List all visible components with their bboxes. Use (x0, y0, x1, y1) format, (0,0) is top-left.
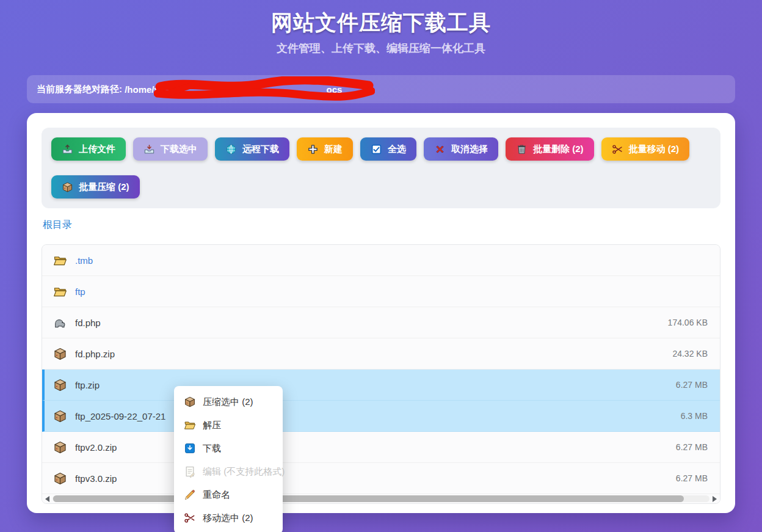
file-name[interactable]: ftpv2.0.zip (75, 442, 117, 453)
file-row-selected[interactable]: ftp_2025-09-22_07-21 6.3 MB (42, 401, 720, 432)
scissors-icon (612, 144, 623, 155)
select-all-button[interactable]: 全选 (360, 137, 416, 161)
server-path-label: 当前服务器绝对路径: (37, 84, 122, 95)
checkbox-icon (371, 144, 382, 155)
file-name[interactable]: fd.php (75, 318, 101, 328)
button-label: 批量移动 (2) (629, 144, 680, 155)
menu-item-label: 编辑 (不支持此格式) (203, 466, 285, 478)
package-icon (53, 347, 67, 361)
upload-file-button[interactable]: 上传文件 (51, 137, 126, 161)
package-icon (53, 440, 67, 454)
server-path-bar: 当前服务器绝对路径: /home/vo.s ocs (27, 75, 735, 103)
file-row[interactable]: .tmb (42, 245, 720, 276)
file-row[interactable]: fd.php.zip 24.32 KB (42, 338, 720, 370)
file-size: 174.06 KB (668, 318, 708, 327)
package-icon (53, 472, 67, 486)
file-row[interactable]: ftp (42, 276, 720, 307)
folder-icon (53, 253, 67, 268)
file-name[interactable]: ftp.zip (75, 380, 100, 390)
toolbar: 上传文件 下载选中 远程下载 新建 全选 取消选择 批量删除 (2) 批量移动 (42, 128, 720, 208)
download-icon (184, 442, 196, 454)
deselect-button[interactable]: 取消选择 (424, 137, 498, 161)
file-name[interactable]: fd.php.zip (75, 349, 115, 359)
button-label: 远程下载 (242, 144, 279, 155)
package-icon (53, 378, 67, 392)
scrollbar-track[interactable] (53, 495, 709, 502)
menu-item-move-selected[interactable]: 移动选中 (2) (174, 506, 283, 530)
memo-icon (184, 465, 196, 478)
button-label: 下载选中 (161, 144, 197, 155)
page-header: 网站文件压缩下载工具 文件管理、上传下载、编辑压缩一体化工具 (0, 0, 762, 56)
menu-item-label: 解压 (203, 420, 221, 431)
plus-icon (307, 144, 319, 155)
menu-item-extract[interactable]: 解压 (174, 414, 283, 437)
file-name[interactable]: ftp (75, 286, 85, 297)
menu-item-label: 重命名 (203, 489, 230, 501)
file-size: 6.3 MB (681, 411, 708, 421)
file-row[interactable]: ftpv2.0.zip 6.27 MB (42, 432, 720, 463)
file-row[interactable]: fd.php 174.06 KB (42, 307, 720, 338)
main-card: 上传文件 下载选中 远程下载 新建 全选 取消选择 批量删除 (2) 批量移动 (27, 113, 735, 513)
pencil-icon (184, 489, 196, 501)
breadcrumb-root-link[interactable]: 根目录 (43, 219, 72, 230)
file-name[interactable]: ftp_2025-09-22_07-21 (75, 411, 165, 421)
horizontal-scrollbar[interactable] (42, 494, 720, 503)
batch-move-button[interactable]: 批量移动 (2) (601, 137, 690, 161)
page-subtitle: 文件管理、上传下载、编辑压缩一体化工具 (0, 41, 762, 56)
menu-item-compress-selected[interactable]: 压缩选中 (2) (174, 390, 283, 414)
page-title: 网站文件压缩下载工具 (0, 9, 762, 37)
server-path-prefix: /home/vo.s (125, 84, 172, 95)
button-label: 上传文件 (79, 144, 115, 155)
button-label: 全选 (388, 144, 406, 155)
package-icon (62, 181, 73, 193)
menu-item-label: 下载 (203, 443, 221, 454)
cross-icon (434, 144, 446, 155)
button-label: 批量压缩 (2) (79, 181, 129, 193)
download-tray-icon (143, 144, 155, 155)
menu-item-label: 压缩选中 (2) (203, 396, 253, 408)
package-icon (53, 409, 67, 423)
file-list: .tmb ftp fd.php 174.06 KB fd.php.zip 24.… (42, 244, 720, 504)
file-name[interactable]: .tmb (75, 255, 93, 266)
menu-item-download[interactable]: 下载 (174, 437, 283, 460)
php-file-icon (53, 316, 67, 330)
server-path-tail: ocs (327, 84, 343, 95)
folder-icon (53, 285, 67, 299)
scrollbar-thumb[interactable] (53, 495, 684, 502)
file-size: 6.27 MB (676, 380, 708, 390)
file-size: 6.27 MB (676, 442, 708, 452)
menu-item-label: 移动选中 (2) (203, 512, 253, 524)
remote-download-button[interactable]: 远程下载 (215, 137, 289, 161)
file-size: 6.27 MB (676, 473, 708, 483)
new-item-button[interactable]: 新建 (297, 137, 353, 161)
batch-zip-button[interactable]: 批量压缩 (2) (51, 175, 140, 199)
file-size: 24.32 KB (672, 349, 708, 359)
button-label: 取消选择 (451, 144, 488, 155)
upload-tray-icon (62, 144, 73, 155)
download-selected-button[interactable]: 下载选中 (133, 137, 208, 161)
scroll-right-arrow-icon[interactable] (713, 496, 717, 502)
context-menu: 压缩选中 (2) 解压 下载 编辑 (不支持此格式) 重命名 移动选中 (2) (174, 386, 283, 532)
globe-icon (225, 144, 237, 155)
file-row[interactable]: ftpv3.0.zip 6.27 MB (42, 463, 720, 494)
folder-icon (184, 419, 196, 431)
menu-item-rename[interactable]: 重命名 (174, 483, 283, 506)
button-label: 新建 (324, 144, 343, 155)
breadcrumb: 根目录 (43, 219, 719, 231)
scissors-icon (184, 512, 196, 524)
file-row-selected[interactable]: ftp.zip 6.27 MB (42, 370, 720, 401)
scroll-left-arrow-icon[interactable] (45, 496, 49, 502)
menu-item-edit-disabled: 编辑 (不支持此格式) (174, 460, 283, 483)
button-label: 批量删除 (2) (533, 144, 584, 155)
package-icon (184, 396, 196, 408)
trash-icon (516, 144, 528, 155)
batch-delete-button[interactable]: 批量删除 (2) (506, 137, 594, 161)
file-name[interactable]: ftpv3.0.zip (75, 473, 117, 484)
